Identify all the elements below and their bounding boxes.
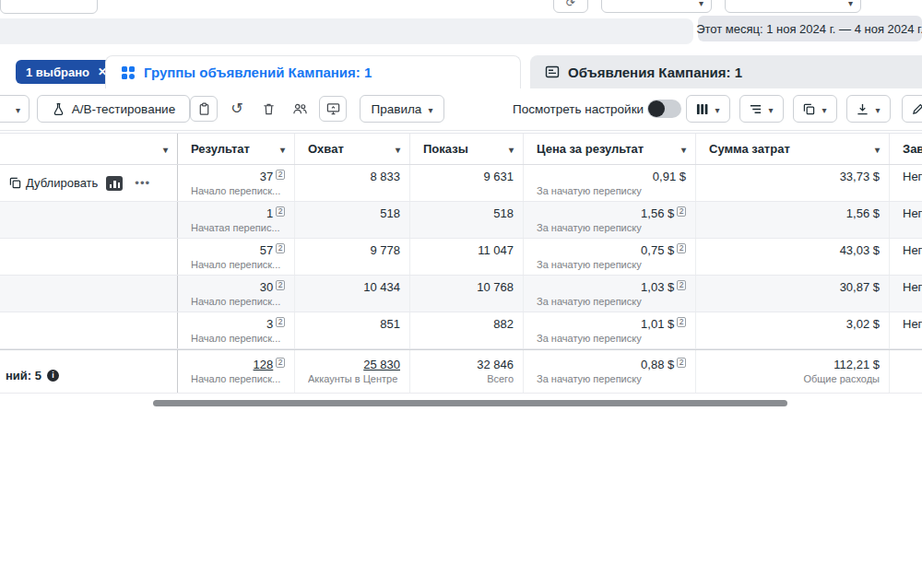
tab-label: Объявления Кампания: 1 bbox=[568, 65, 742, 80]
cell-value: 10 768 bbox=[477, 280, 514, 294]
selected-count-badge[interactable]: 1 выбрано ✕ bbox=[16, 60, 117, 84]
column-label: Заве bbox=[903, 142, 922, 156]
columns-icon bbox=[696, 103, 708, 115]
cell-subtitle: Начало переписк... bbox=[191, 185, 285, 197]
cell-subtitle: Начало переписк... bbox=[191, 296, 285, 308]
cell-value: 112,21 $ bbox=[833, 358, 880, 371]
cell-value: 0,88 $ bbox=[641, 358, 674, 371]
breakdown-button[interactable] bbox=[739, 95, 784, 123]
duplicate-button[interactable]: Дублировать bbox=[9, 176, 98, 190]
audience-button[interactable] bbox=[286, 96, 313, 122]
attribution-badge: 2 bbox=[677, 243, 686, 253]
cost-per-result-cell: 1,56 $2За начатую переписку bbox=[524, 202, 696, 238]
table-row[interactable]: 302Начало переписк...10 43410 7681,03 $2… bbox=[0, 276, 922, 312]
view-settings-toggle[interactable] bbox=[647, 100, 681, 118]
cell-value: 8 833 bbox=[370, 170, 400, 183]
cell-value: 43,03 $ bbox=[840, 243, 880, 257]
chevron-down-icon[interactable] bbox=[163, 142, 168, 156]
cell-value: 1,03 $ bbox=[641, 280, 674, 294]
end-date-cell: Неп bbox=[890, 202, 922, 238]
cell-value: Неп bbox=[903, 280, 922, 295]
footer-cost-per-result-cell: 0,88 $2 За начатую переписку bbox=[524, 350, 696, 393]
table-footer: ний: 5 1282 Начало переписк... 25 830 Ак… bbox=[0, 349, 922, 394]
ab-test-button[interactable]: А/В-тестирование bbox=[37, 95, 190, 123]
spent-cell: 1,56 $ bbox=[696, 202, 890, 238]
column-header-reach[interactable]: Охват bbox=[295, 134, 410, 164]
clipboard-button[interactable] bbox=[190, 96, 218, 122]
chevron-down-icon[interactable] bbox=[280, 142, 285, 156]
cell-subtitle: Начало переписк... bbox=[191, 259, 285, 271]
column-header-cost-per-result[interactable]: Цена за результат bbox=[524, 134, 696, 164]
view-settings-label: Посмотреть настройки bbox=[513, 102, 644, 116]
people-icon bbox=[292, 102, 308, 115]
filters-bar[interactable] bbox=[0, 18, 693, 44]
cell-value: 3,02 $ bbox=[846, 317, 880, 331]
impressions-cell: 882 bbox=[410, 312, 524, 348]
end-date-cell: Неп bbox=[890, 165, 922, 201]
column-header-end[interactable]: Заве bbox=[890, 134, 922, 164]
table-row[interactable]: Дублировать•••372Начало переписк...8 833… bbox=[0, 165, 922, 202]
table-row[interactable]: 572Начало переписк...9 77811 0470,75 $2З… bbox=[0, 239, 922, 276]
create-dropdown-partial[interactable] bbox=[0, 95, 30, 123]
cell-value[interactable]: 25 830 bbox=[363, 358, 400, 371]
result-cell: 302Начало переписк... bbox=[178, 276, 295, 312]
chevron-down-icon[interactable] bbox=[396, 142, 400, 156]
cell-value: 0,91 $ bbox=[653, 170, 686, 183]
row-name-cell bbox=[0, 239, 178, 275]
duplicate-menu-button[interactable] bbox=[793, 95, 837, 123]
chevron-down-icon bbox=[822, 102, 826, 116]
result-cell: 572Начало переписк... bbox=[178, 239, 295, 275]
reach-cell: 9 778 bbox=[295, 239, 410, 275]
duplicate-label: Дублировать bbox=[26, 176, 98, 190]
chevron-down-icon[interactable] bbox=[509, 142, 514, 156]
refresh-button[interactable]: ⟳ bbox=[553, 0, 588, 13]
chevron-down-icon bbox=[715, 102, 719, 116]
rules-button[interactable]: Правила bbox=[360, 95, 444, 123]
cell-subtitle: За начатую переписку bbox=[537, 333, 686, 345]
tab-ad-sets[interactable]: Группы объявлений Кампания: 1 bbox=[105, 55, 521, 88]
impressions-cell: 518 bbox=[410, 202, 524, 238]
cell-subtitle: За начатую переписку bbox=[537, 222, 686, 234]
reports-dropdown[interactable] bbox=[725, 0, 861, 13]
column-header-amount-spent[interactable]: Сумма затрат bbox=[696, 134, 890, 164]
reach-cell: 851 bbox=[295, 312, 410, 348]
attribution-badge: 2 bbox=[677, 317, 686, 327]
info-icon[interactable] bbox=[47, 370, 59, 382]
table-row[interactable]: 12Начатая перепис...5185181,56 $2За нача… bbox=[0, 202, 922, 239]
chevron-down-icon[interactable] bbox=[875, 142, 880, 156]
preview-button[interactable] bbox=[319, 96, 347, 122]
breakdown-icon bbox=[750, 103, 762, 115]
edit-button-partial[interactable] bbox=[902, 95, 922, 123]
cell-value: 1 bbox=[266, 206, 273, 220]
chevron-down-icon bbox=[428, 102, 432, 116]
footer-count-label: ний: 5 bbox=[6, 369, 41, 382]
columns-preset-dropdown[interactable] bbox=[601, 0, 712, 13]
chevron-down-icon[interactable] bbox=[681, 142, 686, 156]
account-search-input[interactable] bbox=[0, 0, 98, 14]
charts-button[interactable] bbox=[106, 176, 123, 191]
cell-value: 57 bbox=[260, 243, 273, 257]
cell-subtitle: За начатую переписку bbox=[537, 185, 686, 197]
attribution-badge: 2 bbox=[276, 206, 285, 217]
reach-cell: 8 833 bbox=[295, 165, 410, 201]
attribution-badge: 2 bbox=[677, 358, 686, 368]
more-button[interactable]: ••• bbox=[135, 176, 150, 190]
column-header-result[interactable]: Результат bbox=[178, 134, 295, 164]
column-header-name[interactable] bbox=[0, 134, 178, 164]
horizontal-scrollbar[interactable] bbox=[153, 400, 787, 406]
table-row[interactable]: 32Начало переписк...8518821,01 $2За нача… bbox=[0, 312, 922, 349]
undo-button[interactable]: ↺ bbox=[223, 96, 251, 122]
date-range-selector[interactable]: Этот месяц: 1 ноя 2024 г. — 4 ноя 2024 г… bbox=[698, 16, 922, 41]
columns-button[interactable] bbox=[686, 95, 730, 123]
cell-subtitle: Начало переписк... bbox=[191, 373, 285, 385]
tab-ads[interactable]: Объявления Кампания: 1 bbox=[530, 55, 922, 88]
undo-icon: ↺ bbox=[230, 101, 242, 116]
delete-button[interactable] bbox=[254, 96, 282, 122]
spent-cell: 3,02 $ bbox=[696, 312, 890, 348]
end-date-cell: Неп bbox=[890, 312, 922, 348]
row-name-cell bbox=[0, 276, 178, 312]
column-header-impressions[interactable]: Показы bbox=[410, 134, 524, 164]
cell-value[interactable]: 128 bbox=[254, 358, 274, 371]
cell-value: 1,56 $ bbox=[641, 206, 674, 220]
export-button[interactable] bbox=[846, 95, 891, 123]
